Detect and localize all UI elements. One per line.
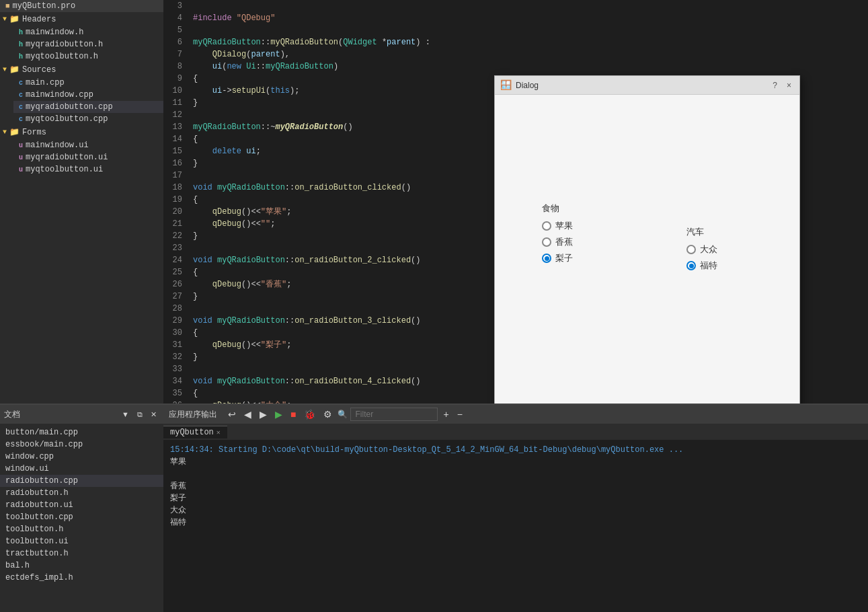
dialog-help-button[interactable]: ? — [770, 79, 780, 91]
left-bottom-item[interactable]: toolbutton.ui — [0, 535, 163, 547]
left-bottom-item-active[interactable]: radiobutton.cpp — [0, 475, 163, 487]
left-bottom-item[interactable]: window.ui — [0, 463, 163, 475]
filter-icon: 🔍 — [338, 410, 348, 420]
toolbar-next-btn[interactable]: ▶ — [257, 408, 270, 420]
left-bottom-title: 文档 — [4, 409, 20, 420]
left-bottom-collapse-btn[interactable]: ▼ — [119, 410, 132, 420]
left-bottom-item[interactable]: ectdefs_impl.h — [0, 572, 163, 584]
sidebar-group-forms[interactable]: ▼ 📁 Forms — [0, 125, 163, 139]
output-tab-close[interactable]: ✕ — [216, 428, 221, 436]
radio-label-banana: 香蕉 — [555, 236, 573, 248]
sidebar-item-myqtoolbutton-cpp[interactable]: c myqtoolbutton.cpp — [13, 113, 163, 125]
left-bottom-header: 文档 ▼ ⧉ ✕ — [0, 405, 163, 424]
toolbar-prev-btn[interactable]: ◀ — [241, 408, 254, 420]
output-tab-bar: myQbutton ✕ — [163, 424, 868, 440]
car-group-label: 汽车 — [686, 226, 717, 238]
left-bottom-close-btn[interactable]: ✕ — [148, 410, 159, 420]
headers-list: h mainwindow.h h myqradiobutton.h h myqt… — [0, 26, 163, 63]
left-bottom-item[interactable]: toolbutton.h — [0, 523, 163, 535]
headers-group-label: Headers — [22, 15, 56, 24]
toolbar-run-btn[interactable]: ▶ — [272, 408, 285, 420]
left-bottom-item[interactable]: tractbutton.h — [0, 547, 163, 560]
file-label: myqtoolbutton.cpp — [26, 114, 108, 124]
cpp-icon: c — [19, 79, 23, 87]
toolbar-debug-btn[interactable]: 🐞 — [301, 408, 318, 420]
sidebar-item-myqtoolbutton-h[interactable]: h myqtoolbutton.h — [13, 50, 163, 63]
left-bottom-list: button/main.cpp essbook/main.cpp window.… — [0, 424, 163, 586]
sidebar-item-main-cpp[interactable]: c main.cpp — [13, 77, 163, 89]
output-panel: 应用程序输出 ↩ ◀ ▶ ▶ ■ 🐞 ⚙ 🔍 + − myQbutton ✕ 1… — [163, 404, 868, 612]
sidebar-item-myqradiobutton-ui[interactable]: u myqradiobutton.ui — [13, 151, 163, 163]
file-label: myqradiobutton.cpp — [26, 102, 113, 112]
radio-circle-pear[interactable] — [542, 254, 551, 263]
radio-label-pear: 梨子 — [555, 252, 573, 264]
sidebar-item-mainwindow-h[interactable]: h mainwindow.h — [13, 26, 163, 38]
ui-icon: u — [19, 166, 23, 174]
file-label: mainwindow.ui — [26, 141, 89, 150]
sidebar-item-mainwindow-cpp[interactable]: c mainwindow.cpp — [13, 89, 163, 101]
pro-file-icon: ■ — [5, 2, 10, 10]
left-bottom-item[interactable]: radiobutton.h — [0, 487, 163, 499]
car-group: 汽车 大众 福特 — [686, 226, 717, 276]
radio-circle-vw[interactable] — [686, 245, 696, 254]
output-line-2: 苹果 — [170, 456, 861, 468]
left-bottom-item[interactable]: bal.h — [0, 560, 163, 572]
bottom-split: 文档 ▼ ⧉ ✕ button/main.cpp essbook/main.cp… — [0, 404, 868, 612]
sidebar-item-pro[interactable]: ■ myQButton.pro — [0, 0, 163, 12]
radio-label-ford: 福特 — [700, 260, 717, 272]
radio-ford[interactable]: 福特 — [686, 260, 717, 272]
food-group-label: 食物 — [542, 202, 573, 215]
output-content[interactable]: 15:14:34: Starting D:\code\qt\build-myQb… — [163, 440, 868, 612]
sidebar-item-myqradiobutton-cpp[interactable]: c myqradiobutton.cpp — [13, 101, 163, 113]
output-line-5: 梨子 — [170, 492, 861, 504]
filter-input[interactable] — [350, 408, 438, 421]
sources-group-label: Sources — [22, 65, 56, 75]
radio-circle-banana[interactable] — [542, 237, 551, 247]
radio-circle-ford[interactable] — [686, 261, 696, 270]
radio-label-apple: 苹果 — [555, 220, 573, 232]
toolbar-add-btn[interactable]: + — [440, 408, 451, 420]
sidebar-group-headers[interactable]: ▼ 📁 Headers — [0, 12, 163, 26]
headers-expand-icon: ▼ — [3, 15, 7, 23]
toolbar-go-btn[interactable]: ↩ — [225, 408, 239, 420]
toolbar-stop-btn[interactable]: ■ — [288, 408, 299, 420]
file-label: myqradiobutton.h — [26, 40, 103, 49]
left-bottom-item[interactable]: toolbutton.cpp — [0, 511, 163, 523]
cpp-icon: c — [19, 116, 23, 123]
radio-vw[interactable]: 大众 — [686, 243, 717, 256]
file-label: myqtoolbutton.h — [26, 52, 98, 61]
output-line-4: 香蕉 — [170, 480, 861, 492]
left-bottom-item[interactable]: radiobutton.ui — [0, 499, 163, 511]
dialog-icon: 🪟 — [500, 79, 512, 91]
radio-banana[interactable]: 香蕉 — [542, 236, 573, 248]
radio-pear[interactable]: 梨子 — [542, 252, 573, 264]
sidebar-item-myqtoolbutton-ui[interactable]: u myqtoolbutton.ui — [13, 163, 163, 176]
toolbar-settings-btn[interactable]: ⚙ — [321, 408, 335, 420]
sidebar-item-mainwindow-ui[interactable]: u mainwindow.ui — [13, 139, 163, 151]
forms-folder-icon: 📁 — [9, 127, 19, 137]
radio-label-vw: 大众 — [700, 243, 717, 256]
output-tab[interactable]: myQbutton ✕ — [163, 426, 227, 438]
line-numbers: 3 4 5 6 7 8 9 10 11 12 13 14 15 16 17 18… — [163, 0, 188, 404]
sidebar-item-myqradiobutton-h[interactable]: h myqradiobutton.h — [13, 38, 163, 50]
forms-group-label: Forms — [22, 128, 46, 137]
dialog-titlebar: 🪟 Dialog ? × — [495, 76, 799, 95]
h-icon: h — [19, 53, 23, 61]
forms-list: u mainwindow.ui u myqradiobutton.ui u my… — [0, 139, 163, 176]
cpp-icon: c — [19, 104, 23, 111]
output-tab-label: myQbutton — [170, 428, 214, 437]
left-bottom-item[interactable]: essbook/main.cpp — [0, 438, 163, 451]
file-label: main.cpp — [26, 78, 65, 87]
toolbar-minus-btn[interactable]: − — [455, 408, 465, 420]
output-line-7: 福特 — [170, 517, 861, 529]
sidebar-item-pro-label: myQButton.pro — [13, 1, 76, 11]
radio-circle-apple[interactable] — [542, 221, 551, 231]
dialog-close-button[interactable]: × — [784, 79, 794, 91]
sidebar-group-sources[interactable]: ▼ 📁 Sources — [0, 63, 163, 77]
left-bottom-float-btn[interactable]: ⧉ — [134, 410, 145, 420]
left-bottom-item[interactable]: window.cpp — [0, 451, 163, 463]
left-bottom-item[interactable]: button/main.cpp — [0, 426, 163, 438]
h-icon: h — [19, 29, 23, 36]
radio-apple[interactable]: 苹果 — [542, 220, 573, 232]
h-icon: h — [19, 41, 23, 48]
